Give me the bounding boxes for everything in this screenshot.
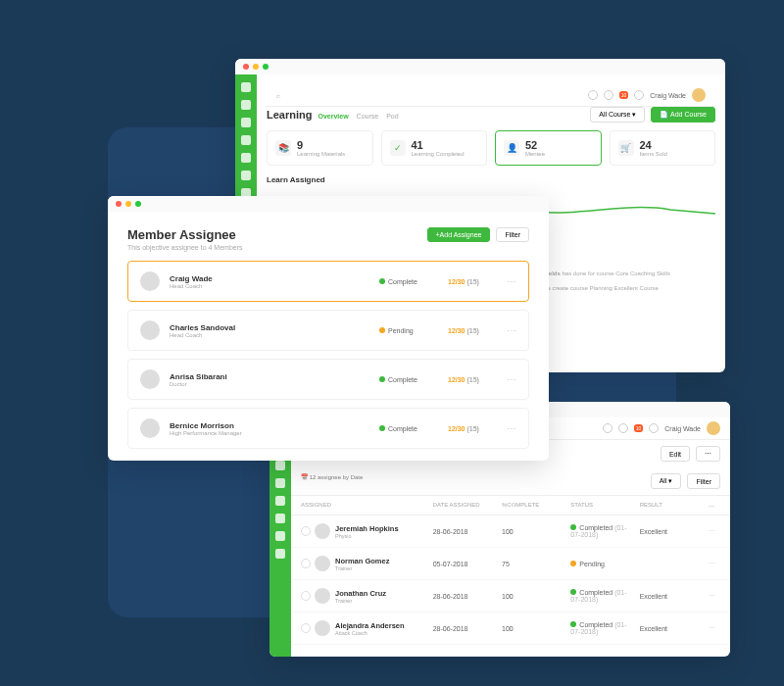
avatar <box>140 271 160 291</box>
nav-icon[interactable] <box>241 153 251 163</box>
score: 12/30 (15) <box>448 425 497 432</box>
help-icon[interactable] <box>588 90 598 100</box>
status-icon <box>379 327 385 333</box>
cart-icon: 🛒 <box>618 140 634 156</box>
nav-icon[interactable] <box>275 496 285 506</box>
more-icon[interactable]: ⋯ <box>709 592 720 600</box>
status-icon <box>379 425 385 431</box>
stat-card[interactable]: 📚9Learning Materials <box>267 130 373 166</box>
status-pill: Complete <box>379 278 438 285</box>
checkbox[interactable] <box>301 623 311 633</box>
help-icon[interactable] <box>603 423 612 433</box>
avatar <box>140 320 160 340</box>
more-button[interactable]: ⋯ <box>696 446 720 462</box>
table-row[interactable]: Jeremiah HopkinsPhysio28-06-2018100Compl… <box>291 515 730 548</box>
table-header: ASSIGNED DATE ASSIGNED %COMPLETE STATUS … <box>291 496 730 515</box>
nav-icon[interactable] <box>241 135 251 145</box>
notification-badge: 10 <box>634 424 644 432</box>
filter-button[interactable]: Filter <box>496 227 529 242</box>
member-name: Anrisa Sibarani <box>170 372 369 381</box>
tab-pod[interactable]: Pod <box>386 113 398 120</box>
stat-card[interactable]: ✓41Learning Completed <box>381 130 488 166</box>
mail-icon[interactable] <box>604 90 613 100</box>
status-pill: Complete <box>379 425 438 432</box>
maximize-icon[interactable] <box>135 201 141 207</box>
page-title: Learning <box>267 109 312 121</box>
status-icon <box>379 278 385 284</box>
member-name: Craig Wade <box>170 274 369 283</box>
filter-dropdown[interactable]: All Course ▾ <box>590 107 645 122</box>
nav-icon[interactable] <box>275 549 285 559</box>
member-row[interactable]: Craig WadeHead CoachComplete12/30 (15)⋯ <box>127 261 529 302</box>
status-pill: Complete <box>379 376 438 383</box>
score: 12/30 (15) <box>448 278 497 285</box>
more-icon[interactable]: ⋯ <box>507 276 516 287</box>
nav-icon[interactable] <box>241 100 251 110</box>
maximize-icon[interactable] <box>263 64 269 70</box>
filter-button[interactable]: Filter <box>687 473 720 489</box>
member-role: Head Coach <box>170 332 369 338</box>
nav-icon[interactable] <box>241 82 251 92</box>
member-row[interactable]: Charles SandovalHead CoachPending12/30 (… <box>127 310 529 351</box>
member-row[interactable]: Anrisa SibaraniDoctorComplete12/30 (15)⋯ <box>127 359 529 400</box>
close-icon[interactable] <box>243 64 249 70</box>
more-icon[interactable]: ⋯ <box>507 325 516 336</box>
close-icon[interactable] <box>116 201 122 207</box>
tab-course[interactable]: Course <box>357 113 379 120</box>
table-row[interactable]: Norman GomezTrainer05-07-201875Pending ⋯ <box>291 548 730 580</box>
more-icon[interactable]: ⋯ <box>507 374 516 385</box>
avatar <box>140 418 160 438</box>
more-icon[interactable]: ⋯ <box>709 624 720 632</box>
search-input[interactable]: ⌕ <box>276 92 280 99</box>
checkbox[interactable] <box>301 526 311 536</box>
avatar <box>315 588 330 604</box>
nav-icon[interactable] <box>241 118 251 127</box>
minimize-icon[interactable] <box>125 201 131 207</box>
member-assignee-window: Member Assignee This objective assignee … <box>108 196 549 461</box>
panel-subtitle: This objective assignee to 4 Members <box>127 244 243 251</box>
stat-card[interactable]: 🛒24Items Sold <box>610 130 716 166</box>
score: 12/30 (15) <box>448 376 497 383</box>
add-assignee-button[interactable]: +Add Assignee <box>427 227 491 242</box>
member-row[interactable]: Bernice MorrisonHigh Performance Manager… <box>127 408 529 449</box>
nav-icon[interactable] <box>275 478 285 488</box>
all-dropdown[interactable]: All ▾ <box>651 473 682 489</box>
nav-icon[interactable] <box>241 171 251 180</box>
score: 12/30 (15) <box>448 327 497 334</box>
user-name: Craig Wade <box>650 92 686 99</box>
add-course-button[interactable]: 📄 Add Course <box>651 107 715 122</box>
avatar[interactable] <box>707 421 720 435</box>
checkbox[interactable] <box>301 591 311 601</box>
topbar: ⌕ 10 Craig Wade <box>267 84 715 107</box>
check-icon: ✓ <box>390 140 406 156</box>
tab-overview[interactable]: Overview <box>318 113 348 120</box>
more-icon[interactable]: ⋯ <box>709 527 720 535</box>
user-name: Craig Wade <box>664 425 701 432</box>
nav-icon[interactable] <box>275 461 285 470</box>
status-pill: Pending <box>379 327 438 334</box>
status-icon <box>379 376 385 382</box>
more-icon[interactable]: ⋯ <box>507 423 516 434</box>
table-row[interactable]: Jonathan CruzTrainer28-06-2018100Complet… <box>291 580 730 612</box>
stat-card[interactable]: 👤52Mentee <box>495 130 602 166</box>
checkbox[interactable] <box>301 559 311 568</box>
member-name: Charles Sandoval <box>170 323 369 332</box>
avatar[interactable] <box>692 88 706 102</box>
member-role: Doctor <box>170 381 369 387</box>
search-icon: ⌕ <box>276 92 280 99</box>
bell-icon[interactable] <box>649 423 659 433</box>
edit-button[interactable]: Edit <box>661 446 690 462</box>
avatar <box>140 369 160 389</box>
mail-icon[interactable] <box>618 423 628 433</box>
window-titlebar <box>108 196 549 212</box>
notification-badge: 10 <box>619 91 629 99</box>
minimize-icon[interactable] <box>253 64 259 70</box>
table-row[interactable]: Alejandra AndersenAttack Coach28-06-2018… <box>291 612 730 645</box>
more-icon[interactable]: ⋯ <box>709 560 720 567</box>
nav-icon[interactable] <box>275 514 285 523</box>
nav-icon[interactable] <box>275 531 285 541</box>
bell-icon[interactable] <box>634 90 644 100</box>
avatar <box>315 620 330 636</box>
avatar <box>315 523 330 539</box>
chart-title: Learn Assigned <box>267 175 715 184</box>
